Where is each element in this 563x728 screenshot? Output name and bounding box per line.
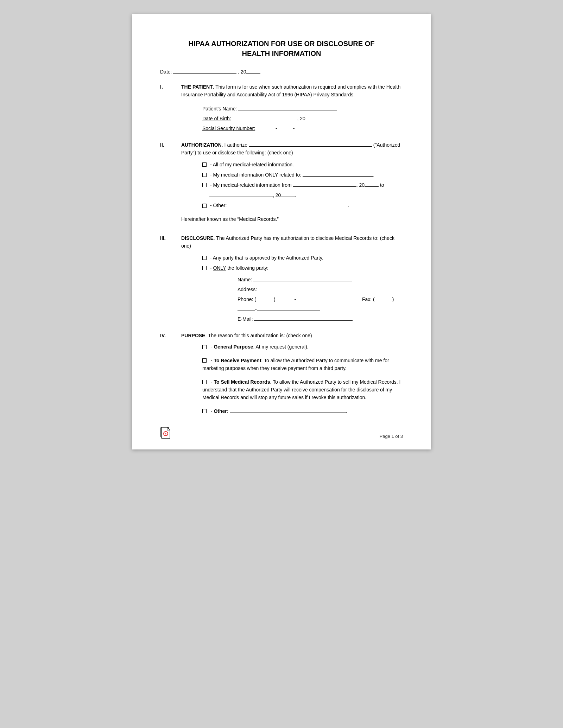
check-item-only-party: - ONLY the following party: [202, 264, 403, 273]
section-1-num: I. [160, 83, 181, 133]
section-3: III. DISCLOSURE. The Authorized Party ha… [160, 234, 403, 324]
to-year-blank[interactable] [281, 197, 295, 197]
purpose-other-blank[interactable] [230, 413, 346, 413]
check-item-all-medical: - All of my medical-related information. [202, 160, 403, 169]
section-4-body: PURPOSE. The reason for this authorizati… [181, 332, 403, 339]
section-3-checkboxes: - Any party that is approved by the Auth… [202, 254, 403, 324]
check-item-date-to: , 20. [209, 191, 403, 200]
check-item-only-medical: - My medical information ONLY related to… [202, 171, 403, 179]
document-icon: e [160, 427, 171, 441]
checkbox-all-medical[interactable] [202, 162, 207, 167]
hereinafter-text: Hereinafter known as the “Medical Record… [181, 215, 403, 223]
disclosure-party-details: Name: Address: Phone: () - Fax: () - E-M… [238, 275, 403, 324]
only-related-blank[interactable] [303, 176, 373, 177]
ssn-part1-blank[interactable] [258, 130, 276, 130]
checkbox-other[interactable] [202, 204, 207, 208]
fax-area-blank[interactable] [375, 301, 392, 301]
authorized-party-blank[interactable] [249, 146, 372, 147]
ssn-row: Social Security Number: -- [202, 123, 403, 133]
from-date-blank[interactable] [293, 186, 356, 187]
purpose-other: - Other: . [202, 407, 403, 415]
section-1: I. THE PATIENT. This form is for use whe… [160, 83, 403, 133]
party-email-blank[interactable] [254, 320, 353, 321]
checkbox-any-party[interactable] [202, 256, 207, 260]
phone-number-blank[interactable] [296, 301, 359, 301]
patient-name-row: Patient's Name: [202, 104, 403, 114]
purpose-receive-payment: - To Receive Payment. To allow the Autho… [202, 357, 403, 372]
date-blank[interactable] [173, 73, 236, 74]
document-page: HIPAA AUTHORIZATION FOR USE OR DISCLOSUR… [132, 14, 431, 449]
ssn-part2-blank[interactable] [277, 130, 293, 130]
page-number: Page 1 of 3 [380, 434, 403, 439]
date-line: Date: , 20 [160, 69, 403, 75]
other-blank[interactable] [228, 207, 348, 207]
check-item-any-party: - Any party that is approved by the Auth… [202, 254, 403, 262]
section-1-body: THE PATIENT. This form is for use when s… [181, 83, 403, 99]
party-name-blank[interactable] [253, 281, 352, 281]
section-4-num: IV. [160, 332, 181, 421]
section-4: IV. PURPOSE. The reason for this authori… [160, 332, 403, 421]
patient-name-blank[interactable] [238, 110, 337, 110]
section-2-content: AUTHORIZATION. I authorize ("Authorized … [181, 141, 403, 226]
party-email-row: E-Mail: [238, 314, 403, 324]
date-year-blank[interactable] [246, 73, 260, 74]
section-2: II. AUTHORIZATION. I authorize ("Authori… [160, 141, 403, 226]
purpose-sell-records: - To Sell Medical Records. To allow the … [202, 378, 403, 402]
svg-text:e: e [165, 432, 167, 436]
fax-prefix-blank[interactable] [238, 311, 255, 311]
patient-info: Patient's Name: Date of Birth: , 20 Soci… [202, 104, 403, 133]
phone-prefix-blank[interactable] [277, 301, 295, 301]
checkbox-general-purpose[interactable] [202, 345, 207, 349]
check-item-date-range: - My medical-related information from , … [202, 181, 403, 190]
section-4-checkboxes: - General Purpose. At my request (genera… [202, 343, 403, 415]
section-3-content: DISCLOSURE. The Authorized Party has my … [181, 234, 403, 324]
fax-number-blank[interactable] [257, 311, 320, 311]
checkbox-only-party[interactable] [202, 266, 207, 270]
dob-year-blank[interactable] [305, 120, 320, 120]
dob-blank[interactable] [234, 120, 297, 120]
party-address-blank[interactable] [258, 291, 371, 291]
section-2-checkboxes: - All of my medical-related information.… [202, 160, 403, 210]
checkbox-sell-records[interactable] [202, 380, 207, 384]
section-1-content: THE PATIENT. This form is for use when s… [181, 83, 403, 133]
checkbox-purpose-other[interactable] [202, 409, 207, 413]
section-3-num: III. [160, 234, 181, 324]
section-3-body: DISCLOSURE. The Authorized Party has my … [181, 234, 403, 250]
document-title: HIPAA AUTHORIZATION FOR USE OR DISCLOSUR… [160, 39, 403, 58]
phone-area-blank[interactable] [256, 301, 274, 301]
party-phone-row: Phone: () - Fax: () - [238, 294, 403, 314]
party-name-row: Name: [238, 275, 403, 285]
dob-row: Date of Birth: , 20 [202, 114, 403, 123]
party-address-row: Address: [238, 285, 403, 294]
from-year-blank[interactable] [365, 186, 379, 187]
check-item-other: - Other: . [202, 201, 403, 210]
section-2-num: II. [160, 141, 181, 226]
ssn-part3-blank[interactable] [295, 130, 314, 130]
to-date-blank[interactable] [209, 197, 273, 197]
purpose-general: - General Purpose. At my request (genera… [202, 343, 403, 351]
checkbox-date-range[interactable] [202, 183, 207, 187]
checkbox-only-medical[interactable] [202, 173, 207, 177]
section-4-content: PURPOSE. The reason for this authorizati… [181, 332, 403, 421]
checkbox-receive-payment[interactable] [202, 358, 207, 363]
section-2-body: AUTHORIZATION. I authorize ("Authorized … [181, 141, 403, 157]
